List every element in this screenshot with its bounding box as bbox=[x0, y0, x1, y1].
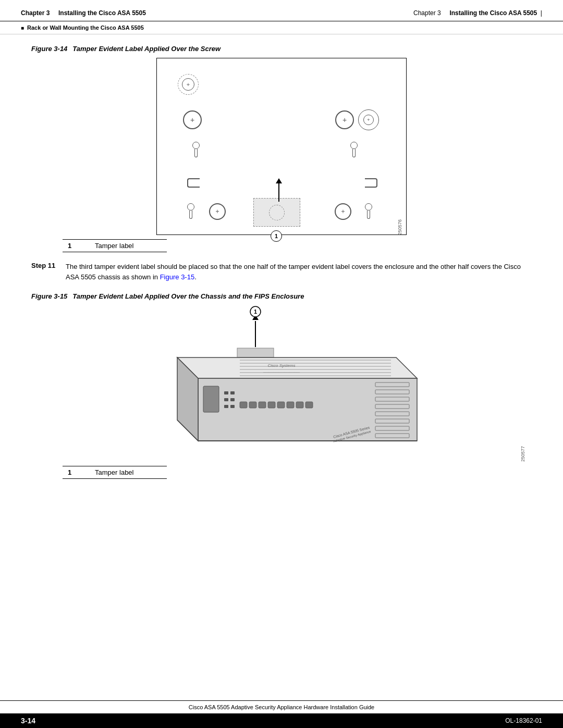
svg-rect-34 bbox=[287, 402, 294, 408]
svg-rect-24 bbox=[230, 391, 235, 394]
svg-rect-32 bbox=[268, 402, 275, 408]
step-11-text-part2: . bbox=[194, 273, 197, 281]
screw-br: + bbox=[335, 203, 351, 220]
figure-14-sidenumber: 250576 bbox=[397, 58, 402, 235]
chapter-info: Chapter 3 Installing the Cisco ASA 5505 … bbox=[413, 9, 542, 17]
footer-doc-number: OL-18362-01 bbox=[505, 717, 542, 724]
legend-14: 1 Tamper label bbox=[63, 239, 167, 252]
svg-rect-23 bbox=[224, 391, 228, 394]
legend-14-number: 1 bbox=[63, 240, 90, 252]
svg-text:_____________________: _____________________ bbox=[263, 369, 300, 373]
figure-14-label: Figure 3-14 bbox=[31, 45, 67, 53]
arrow-number-1: 1 bbox=[271, 230, 282, 242]
keyhole-tr bbox=[349, 142, 359, 158]
legend-14-label: Tamper label bbox=[90, 240, 167, 252]
figure-14-title: Figure 3-14 Tamper Evident Label Applied… bbox=[31, 45, 532, 53]
svg-rect-31 bbox=[259, 402, 266, 408]
figure-15-title: Figure 3-15 Tamper Evident Label Applied… bbox=[31, 292, 532, 300]
keyhole-bl bbox=[186, 203, 196, 220]
legend-15-label: Tamper label bbox=[90, 466, 167, 479]
svg-text:1: 1 bbox=[254, 309, 257, 315]
page-header: Chapter 3 Installing the Cisco ASA 5505 … bbox=[0, 0, 563, 21]
page-content: Figure 3-14 Tamper Evident Label Applied… bbox=[0, 34, 563, 499]
footer-bottom-bar: 3-14 OL-18362-01 bbox=[0, 713, 563, 728]
step-11-label: Step 11 bbox=[31, 262, 57, 282]
footer-page-number: 3-14 bbox=[21, 717, 35, 725]
chapter-label: Chapter 3 Installing the Cisco ASA 5505 bbox=[21, 9, 146, 17]
svg-rect-36 bbox=[305, 402, 313, 408]
svg-rect-30 bbox=[249, 402, 256, 408]
tamper-label-illustration bbox=[253, 198, 300, 227]
screw-tr2: + bbox=[358, 109, 379, 130]
chapter-title: Installing the Cisco ASA 5505 bbox=[449, 9, 537, 17]
screw-tl2: + bbox=[183, 110, 202, 129]
step-11-text: The third tamper evident label should be… bbox=[66, 262, 532, 282]
breadcrumb-text: Rack or Wall Mounting the Cisco ASA 5505 bbox=[27, 24, 144, 31]
step-11-text-part1: The third tamper evident label should be… bbox=[66, 263, 521, 281]
figure-15-svg: 1 bbox=[136, 305, 427, 462]
svg-rect-25 bbox=[224, 398, 228, 401]
screw-tr1: + bbox=[335, 110, 354, 129]
arrow-figure14 bbox=[276, 178, 282, 202]
svg-marker-5 bbox=[177, 357, 417, 378]
keyhole-tl bbox=[191, 142, 201, 158]
legend-15-row: 1 Tamper label bbox=[63, 466, 167, 479]
tamper-inner bbox=[269, 205, 285, 220]
c-shape-right bbox=[365, 178, 377, 188]
figure-15-wrapper: 1 bbox=[31, 305, 532, 462]
svg-rect-29 bbox=[240, 402, 247, 408]
c-shape-left bbox=[187, 178, 200, 188]
legend-15-number: 1 bbox=[63, 466, 90, 479]
legend-14-row: 1 Tamper label bbox=[63, 240, 167, 252]
figure-15-link[interactable]: Figure 3-15 bbox=[160, 273, 194, 281]
legend-15: 1 Tamper label bbox=[63, 466, 167, 479]
svg-rect-33 bbox=[277, 402, 285, 408]
step-11-block: Step 11 The third tamper evident label s… bbox=[31, 262, 532, 282]
svg-rect-22 bbox=[203, 386, 219, 412]
svg-rect-28 bbox=[230, 405, 235, 408]
figure-14-caption: Tamper Evident Label Applied Over the Sc… bbox=[72, 45, 221, 53]
figure-15-label: Figure 3-15 bbox=[31, 292, 67, 300]
svg-rect-35 bbox=[296, 402, 303, 408]
svg-rect-4 bbox=[237, 348, 274, 357]
figure-14-illustration: + + bbox=[156, 58, 407, 235]
svg-rect-26 bbox=[230, 398, 235, 401]
figure-15-caption: Tamper Evident Label Applied Over the Ch… bbox=[72, 292, 304, 300]
footer-center-text: Cisco ASA 5505 Adaptive Security Applian… bbox=[0, 701, 563, 713]
svg-text:Cisco Systems: Cisco Systems bbox=[268, 363, 296, 368]
chapter-num: Chapter 3 bbox=[413, 9, 441, 17]
svg-marker-6 bbox=[198, 378, 417, 441]
breadcrumb: Rack or Wall Mounting the Cisco ASA 5505 bbox=[0, 21, 563, 34]
page-footer: Cisco ASA 5505 Adaptive Security Applian… bbox=[0, 700, 563, 728]
figure-14-wrapper: + + bbox=[31, 58, 532, 235]
keyhole-br bbox=[363, 203, 374, 220]
footer-doc-title: Cisco ASA 5505 Adaptive Security Applian… bbox=[189, 704, 375, 710]
screw-bl: + bbox=[209, 203, 226, 220]
svg-rect-27 bbox=[224, 405, 228, 408]
figure-15-sidenumber: 250577 bbox=[520, 305, 525, 462]
